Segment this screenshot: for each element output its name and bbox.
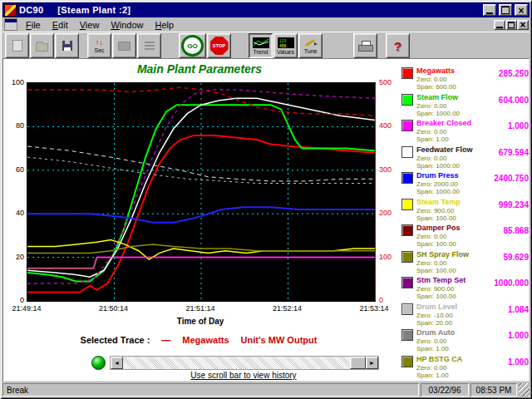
- minimize-button[interactable]: [483, 4, 496, 16]
- menu-help[interactable]: Help: [150, 19, 180, 31]
- selected-trace-name: Megawatts: [182, 335, 229, 345]
- print-button[interactable]: [353, 33, 377, 58]
- legend-entry[interactable]: Stm Temp Set Zero: 900.00 Span: 100.00 1…: [401, 275, 530, 302]
- trace-span: Span: 100.00: [416, 214, 456, 222]
- minimize-icon: [486, 12, 493, 14]
- x-tick-label: 21:53:14: [351, 304, 397, 313]
- status-mode: Break: [2, 383, 419, 397]
- trace-value: 679.594: [499, 148, 529, 157]
- trace-color-swatch: [401, 251, 413, 263]
- selected-trace-row: Selected Trace : — Megawatts Unit's MW O…: [20, 335, 377, 345]
- trend-chart: 100 80 60 40 20 0 500 400 300 200 100 0 …: [4, 77, 401, 328]
- trend-plot: [27, 82, 376, 302]
- history-ball-icon[interactable]: [91, 356, 106, 370]
- y-tick-label: 40: [16, 209, 24, 217]
- snapshot-button[interactable]: [112, 33, 136, 58]
- scroll-track[interactable]: [123, 357, 366, 369]
- scroll-thumb[interactable]: [350, 357, 366, 369]
- legend-entry[interactable]: HP BSTG CA Zero: 0.00 Span: 1.00 1.000: [401, 354, 530, 381]
- main-window: DC90 [Steam Plant :2] File Edit View Win…: [0, 0, 532, 399]
- trace-span: Span: 1000.00: [416, 188, 460, 195]
- trace-zero: Zero: 0.00: [416, 233, 446, 240]
- legend-entry[interactable]: Drum Press Zero: 2000.00 Span: 1000.00 2…: [401, 170, 530, 197]
- trace-color-swatch: [401, 277, 413, 288]
- legend-entry[interactable]: SH Spray Flow Zero: 0.00 Span: 100.00 59…: [401, 249, 530, 276]
- mdi-restore-icon: [508, 22, 515, 28]
- legend-entry[interactable]: Drum Level Zero: -10.00 Span: 20.00 1.08…: [401, 302, 530, 328]
- child-window-icon[interactable]: [4, 18, 17, 31]
- mdi-close-button[interactable]: [517, 20, 529, 30]
- go-button[interactable]: GO: [179, 33, 206, 58]
- workspace: Main Plant Parameters 100 80 60 40 20 0 …: [2, 58, 530, 382]
- menu-view[interactable]: View: [74, 19, 106, 31]
- resize-grip[interactable]: [519, 383, 530, 397]
- scroll-right-button[interactable]: ►: [366, 357, 378, 369]
- trend-button[interactable]: Trend: [249, 33, 273, 58]
- y-axis-left-labels: 100 80 60 40 20 0: [4, 78, 24, 304]
- save-button[interactable]: [55, 33, 79, 58]
- legend-entry[interactable]: Steam Flow Zero: 0.00 Span: 1000.00 604.…: [401, 92, 530, 119]
- legend-entry[interactable]: Megawatts Zero: 0.00 Span: 600.00 285.25…: [401, 66, 530, 92]
- trace-zero: Zero: 2000.00: [416, 180, 458, 188]
- x-axis-labels: 21:49:14 21:50:14 21:51:14 21:52:14 21:5…: [3, 304, 397, 313]
- menu-window[interactable]: Window: [105, 19, 149, 31]
- trace-color-swatch: [401, 67, 413, 79]
- trace-name: Drum Level: [416, 303, 457, 311]
- y-tick-label: 200: [379, 209, 392, 217]
- trace-value: 1000.000: [494, 278, 529, 288]
- values-button[interactable]: 123456 Values: [273, 33, 298, 58]
- trend-icon: [253, 37, 269, 48]
- tune-button[interactable]: Tune: [298, 33, 323, 58]
- trace-span: Span: 100.00: [416, 267, 456, 274]
- y-tick-label: 60: [16, 165, 24, 174]
- help-button[interactable]: ?: [386, 33, 410, 58]
- app-icon[interactable]: [4, 4, 17, 17]
- y-tick-label: 500: [379, 78, 392, 86]
- x-tick-label: 21:51:14: [177, 304, 224, 313]
- y-tick-label: 400: [379, 121, 392, 130]
- trace-value: 604.000: [499, 96, 529, 105]
- legend-entry[interactable]: Breaker Closed Zero: 0.00 Span: 1.00 1.0…: [401, 118, 530, 145]
- history-scrollbar[interactable]: ◄ ►: [110, 356, 379, 370]
- trace-span: Span: 100.00: [416, 293, 456, 300]
- scroll-hint: Use scroll bar to view history: [110, 371, 377, 380]
- selected-trace-description: Unit's MW Output: [241, 335, 318, 345]
- open-button[interactable]: [30, 33, 54, 58]
- mdi-restore-button[interactable]: [505, 20, 517, 30]
- title-bar: DC90 [Steam Plant :2]: [2, 2, 530, 17]
- trace-name: Steam Temp: [416, 198, 461, 206]
- new-button[interactable]: [5, 33, 29, 58]
- y-axis-right-labels: 500 400 300 200 100 0: [379, 78, 401, 304]
- chart-title: Main Plant Parameters: [26, 62, 373, 76]
- list-button[interactable]: [137, 33, 161, 58]
- mdi-minimize-button[interactable]: [494, 20, 505, 30]
- scroll-left-button[interactable]: ◄: [111, 357, 123, 369]
- x-tick-label: 21:50:14: [91, 304, 137, 313]
- values-icon: 123456: [278, 37, 294, 48]
- trace-zero: Zero: 0.00: [416, 364, 446, 372]
- trace-name: HP BSTG CA: [416, 355, 462, 363]
- legend-entry[interactable]: Steam Temp Zero: 900.00 Span: 100.00 999…: [401, 197, 530, 224]
- legend-panel: Megawatts Zero: 0.00 Span: 600.00 285.25…: [401, 66, 530, 380]
- maximize-button[interactable]: [499, 4, 512, 16]
- trace-value: 1.000: [508, 331, 529, 340]
- mdi-close-icon: [520, 18, 525, 31]
- menu-file[interactable]: File: [20, 19, 47, 31]
- trace-color-swatch: [401, 94, 413, 106]
- x-axis-title: Time of Day: [27, 317, 374, 326]
- trend-plot-svg: [27, 83, 375, 301]
- trace-span: Span: 1000.00: [416, 110, 460, 117]
- app-title: DC90: [19, 5, 43, 15]
- trace-name: Breaker Closed: [416, 119, 471, 127]
- close-button[interactable]: [515, 4, 528, 16]
- legend-entry[interactable]: Damper Pos Zero: 0.00 Span: 100.00 85.86…: [401, 223, 530, 249]
- sec-interval-button[interactable]: ↑↓ Sec: [87, 33, 111, 58]
- menu-edit[interactable]: Edit: [47, 19, 74, 31]
- trace-zero: Zero: -10.00: [416, 312, 453, 319]
- legend-entry[interactable]: Drum Auto Zero: 0.00 Span: 1.00 1.000: [401, 328, 530, 354]
- selected-trace-label: Selected Trace :: [81, 335, 150, 345]
- trace-color-swatch: [401, 120, 413, 131]
- stop-button[interactable]: STOP: [207, 33, 231, 58]
- legend-entry[interactable]: Feedwater Flow Zero: 0.00 Span: 1000.00 …: [401, 145, 530, 171]
- status-bar: Break 03/22/96 08:53 PM: [2, 382, 530, 397]
